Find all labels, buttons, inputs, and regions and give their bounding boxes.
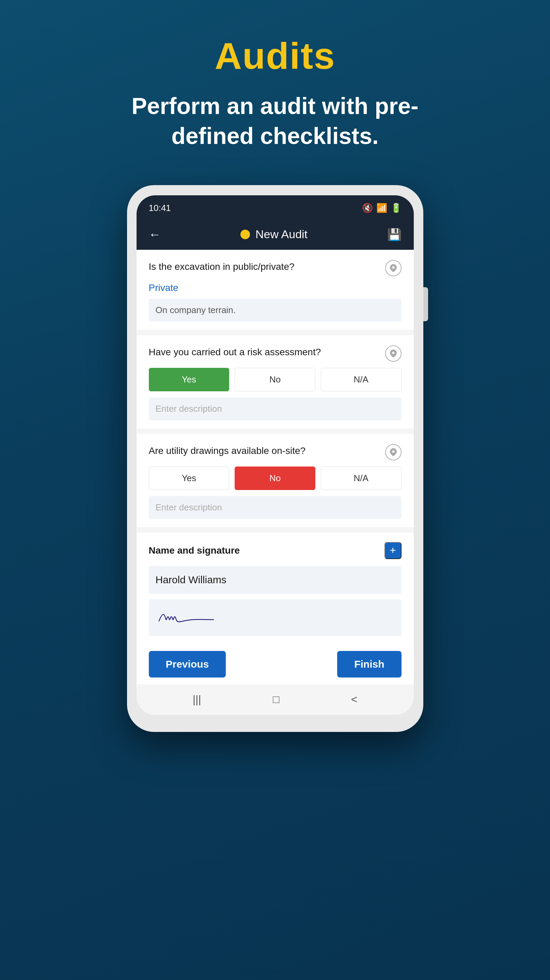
home-icon[interactable]: □ [273,693,279,706]
battery-icon: 🔋 [391,203,402,213]
header-title-area: New Audit [241,228,308,241]
name-box: Harold Williams [149,566,402,594]
q3-yes-button[interactable]: Yes [149,466,230,490]
q2-na-button[interactable]: N/A [321,368,402,391]
back-icon[interactable]: < [351,693,357,706]
q3-no-button[interactable]: No [234,466,316,490]
signature-box [149,599,402,636]
q2-no-button[interactable]: No [234,368,316,391]
nav-buttons: Previous Finish [137,644,414,684]
question-3-text: Are utility drawings available on-site? [149,444,380,457]
previous-button[interactable]: Previous [149,651,226,678]
content-area: Is the excavation in public/private? Pri… [137,250,414,715]
q2-buttons: Yes No N/A [149,368,402,391]
status-time: 10:41 [149,203,171,213]
header-dot [241,230,250,239]
page-title: Audits [215,34,335,77]
status-icons: 🔇 📶 🔋 [362,203,402,213]
q3-na-button[interactable]: N/A [321,466,402,490]
question-1-text: Is the excavation in public/private? [149,260,380,273]
question-3-section: Are utility drawings available on-site? … [137,434,414,527]
status-bar: 10:41 🔇 📶 🔋 [137,195,414,219]
question-1-section: Is the excavation in public/private? Pri… [137,250,414,330]
wifi-icon: 📶 [376,203,387,213]
header-title-text: New Audit [255,228,308,241]
phone-mockup: 10:41 🔇 📶 🔋 ← New Audit 💾 Is the excavat… [127,185,423,732]
q2-yes-button[interactable]: Yes [149,368,230,391]
location-icon-q1[interactable] [385,260,402,276]
q2-description-input[interactable] [149,398,402,420]
page-subtitle: Perform an audit with pre-defined checkl… [122,91,429,151]
question-2-section: Have you carried out a risk assessment? … [137,335,414,428]
q1-description-input[interactable] [149,299,402,321]
finish-button[interactable]: Finish [337,651,401,678]
add-signature-button[interactable]: + [384,542,402,559]
notification-muted-icon: 🔇 [362,203,373,213]
side-button [423,287,428,321]
signer-name: Harold Williams [156,574,226,585]
location-icon-q3[interactable] [385,444,402,460]
back-button[interactable]: ← [149,227,161,242]
signature-title: Name and signature [149,545,240,556]
signature-drawing [156,608,224,628]
q1-selected-answer: Private [149,282,402,293]
save-button[interactable]: 💾 [387,228,402,241]
q3-buttons: Yes No N/A [149,466,402,490]
question-2-text: Have you carried out a risk assessment? [149,345,380,359]
phone-bottom-bar: ||| □ < [137,684,414,715]
q3-description-input[interactable] [149,496,402,519]
app-header: ← New Audit 💾 [137,219,414,250]
location-icon-q2[interactable] [385,345,402,362]
recent-apps-icon[interactable]: ||| [193,693,201,706]
signature-section: Name and signature + Harold Williams [137,533,414,644]
